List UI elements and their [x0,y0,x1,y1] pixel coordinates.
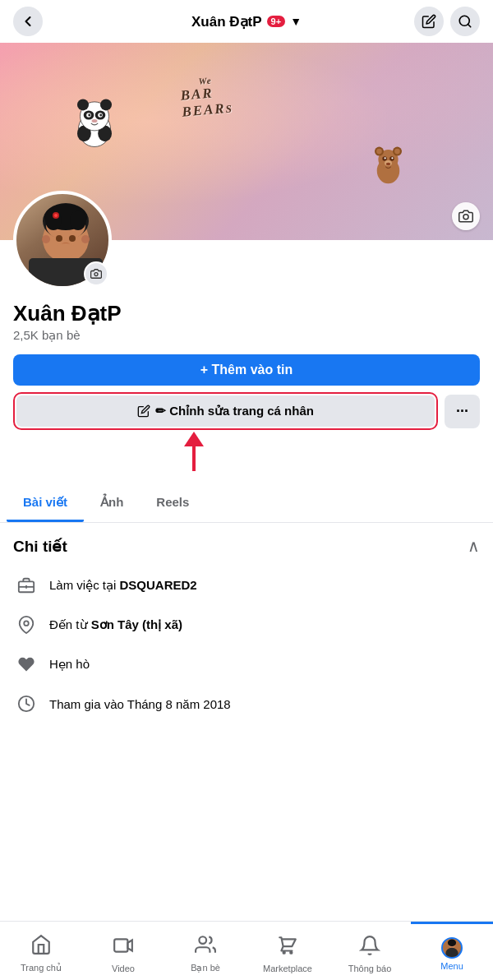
detail-joined-text: Tham gia vào Tháng 8 năm 2018 [49,697,231,711]
svg-point-42 [94,273,98,276]
nav-marketplace-label: Marketplace [263,964,312,973]
svg-point-35 [42,235,50,243]
profile-buttons-row1: + Thêm vào tin [13,354,480,386]
svg-point-11 [88,114,90,117]
svg-point-25 [386,163,391,165]
avatar-camera[interactable] [84,261,108,286]
notifications-icon [359,935,380,961]
bottom-nav: Trang chủ Video Bạn bè Marketplace [0,921,493,980]
nav-friends-label: Bạn bè [191,963,220,973]
svg-point-12 [99,114,102,117]
nav-center: Xuân ĐạtP 9+ ▼ [191,13,302,30]
svg-point-52 [199,936,206,944]
nav-home-label: Trang chủ [21,963,62,973]
nav-video[interactable]: Video [82,922,164,980]
profile-friends-count: 2,5K bạn bè [13,328,480,343]
nav-title: Xuân ĐạtP [191,13,262,30]
red-arrow [161,430,227,475]
svg-point-36 [81,235,90,243]
nav-notifications-label: Thông báo [348,964,392,973]
nav-marketplace[interactable]: Marketplace [246,922,329,980]
svg-point-26 [463,215,468,220]
profile-section: Xuân ĐạtP 2,5K bạn bè + Thêm vào tin ✏ C… [0,240,493,475]
profile-name: Xuân ĐạtP [13,301,480,326]
arrow-container [13,430,480,475]
svg-point-32 [69,235,76,242]
svg-point-48 [24,621,29,626]
notification-badge: 9+ [267,16,286,27]
tab-photos[interactable]: Ảnh [84,485,140,522]
avatar-wrapper [13,191,112,289]
details-toggle[interactable]: ∧ [468,536,480,556]
tab-reels[interactable]: Reels [140,485,205,522]
nav-menu-label: Menu [440,961,463,971]
edit-button[interactable] [414,7,444,36]
svg-point-34 [54,243,77,257]
nav-menu[interactable]: Menu [411,922,493,980]
svg-point-39 [70,210,86,230]
search-button[interactable] [450,7,480,36]
tabs-section: Bài viết Ảnh Reels [0,485,493,523]
svg-point-31 [56,235,62,242]
nav-right-icons [414,7,480,36]
svg-marker-51 [127,940,131,950]
edit-profile-highlight: ✏ Chỉnh sửa trang cá nhân [13,392,438,430]
detail-work-text: Làm việc tại DSQUARED2 [49,578,197,593]
svg-marker-44 [184,432,204,446]
details-section: Chi tiết ∧ Làm việc tại DSQUARED2 Đến từ… [0,523,493,723]
profile-buttons-row2: ✏ Chỉnh sửa trang cá nhân ··· [13,392,480,430]
svg-point-6 [100,99,112,110]
svg-point-19 [394,149,400,155]
edit-profile-label: ✏ Chỉnh sửa trang cá nhân [155,404,314,418]
panda-sticker [66,92,123,150]
svg-point-41 [54,214,58,217]
nav-friends[interactable]: Bạn bè [164,922,246,980]
back-button[interactable] [13,7,43,36]
cover-photo-camera[interactable] [452,202,480,230]
detail-relationship-text: Hẹn hò [49,657,90,672]
clock-icon [13,691,39,717]
bear-sticker [366,141,411,196]
nav-video-label: Video [112,964,135,973]
marketplace-icon [277,935,298,961]
top-nav: Xuân ĐạtP 9+ ▼ [0,0,493,43]
svg-point-5 [77,99,89,110]
nav-notifications[interactable]: Thông báo [329,922,411,980]
location-icon [13,612,39,638]
nav-menu-avatar [441,937,463,959]
svg-point-56 [448,939,456,945]
detail-hometown: Đến từ Sơn Tây (thị xã) [13,605,480,645]
detail-relationship: Hẹn hò [13,645,480,684]
details-header: Chi tiết ∧ [13,536,480,556]
svg-point-13 [92,119,98,122]
svg-point-22 [385,157,386,159]
detail-work: Làm việc tại DSQUARED2 [13,566,480,605]
more-button[interactable]: ··· [445,395,480,428]
edit-profile-button[interactable]: ✏ Chỉnh sửa trang cá nhân [16,395,435,427]
nav-home[interactable]: Trang chủ [0,922,82,980]
svg-point-18 [376,149,382,155]
bar-bears-sticker: We BAR BEARS [179,73,234,120]
work-icon [13,572,39,599]
detail-hometown-text: Đến từ Sơn Tây (thị xã) [49,617,182,632]
dropdown-chevron[interactable]: ▼ [290,15,302,28]
video-icon [113,935,134,961]
add-story-button[interactable]: + Thêm vào tin [13,354,480,386]
friends-icon [195,934,216,960]
heart-icon [13,651,39,677]
svg-rect-50 [114,939,127,951]
detail-joined: Tham gia vào Tháng 8 năm 2018 [13,684,480,723]
tab-posts[interactable]: Bài viết [7,485,84,522]
home-icon [30,934,52,960]
details-title: Chi tiết [13,537,67,556]
svg-point-23 [391,157,393,159]
